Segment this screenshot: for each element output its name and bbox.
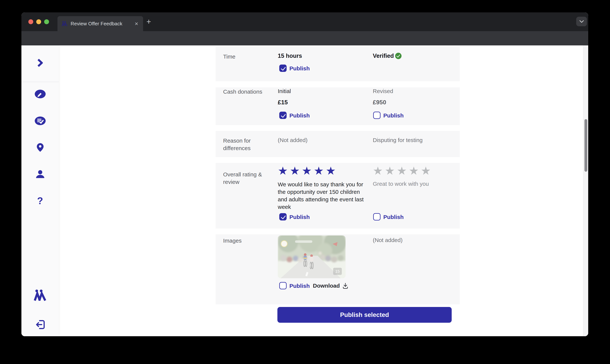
- reason-initial-value: (Not added): [278, 137, 307, 143]
- browser-window: Review Offer Feedback × +: [21, 12, 588, 336]
- rating-label: Overall rating & review: [223, 171, 268, 186]
- publish-checkbox-cash-revised[interactable]: [373, 112, 380, 119]
- sidebar-item-edit[interactable]: [21, 90, 59, 98]
- sidebar-item-review-list[interactable]: [21, 117, 59, 125]
- publish-checkbox-cash-initial[interactable]: [279, 112, 287, 119]
- cycling-photo: 15: [278, 235, 346, 278]
- publish-label-cash-initial[interactable]: Publish: [289, 112, 310, 119]
- sidebar-header: [21, 45, 59, 82]
- publish-label-rating-initial[interactable]: Publish: [289, 214, 310, 220]
- download-icon: [342, 282, 349, 289]
- cash-donations-label: Cash donations: [223, 88, 270, 95]
- rating-stars-initial: ★★★★★: [278, 166, 338, 176]
- verified-check-icon: [395, 53, 402, 59]
- tab-search-button[interactable]: [576, 17, 587, 26]
- publish-label-cash-revised[interactable]: Publish: [383, 112, 404, 119]
- rating-review-initial: We would like to say thank you for the o…: [278, 181, 364, 211]
- verified-label: Verified: [373, 52, 394, 59]
- cash-revised-heading: Revised: [373, 88, 393, 94]
- publish-label-image[interactable]: Publish: [289, 283, 310, 289]
- close-window-button[interactable]: [28, 19, 33, 24]
- rating-review-revised: Great to work with you: [373, 181, 429, 187]
- sidebar-item-locations[interactable]: [21, 143, 59, 152]
- expand-sidebar-button[interactable]: [21, 59, 59, 67]
- question-mark-icon: ?: [37, 195, 43, 206]
- location-pin-icon: [37, 143, 44, 152]
- cash-revised-amount: £950: [373, 99, 386, 106]
- close-tab-icon[interactable]: ×: [135, 21, 138, 27]
- sidebar: ?: [21, 45, 59, 336]
- rating-stars-revised: ★★★★★: [373, 166, 433, 176]
- logout-icon: [35, 319, 45, 330]
- publish-checkbox-rating-initial[interactable]: [279, 213, 287, 221]
- publish-checkbox-time[interactable]: [279, 65, 287, 72]
- uploaded-image-thumbnail[interactable]: 15: [278, 235, 346, 278]
- publish-selected-button[interactable]: Publish selected: [277, 307, 452, 323]
- reason-revised-value: Disputing for testing: [373, 137, 422, 143]
- matchmyproject-logo: [21, 289, 59, 301]
- tab-title: Review Offer Feedback: [71, 21, 135, 27]
- reason-label: Reason for differences: [223, 137, 268, 152]
- images-label: Images: [223, 237, 270, 245]
- tab-review-offer-feedback[interactable]: Review Offer Feedback ×: [57, 16, 143, 31]
- maximize-window-button[interactable]: [44, 19, 49, 24]
- pencil-icon: [35, 90, 46, 98]
- publish-checkbox-image[interactable]: [279, 282, 287, 289]
- download-label: Download: [313, 283, 340, 289]
- browser-toolbar: https://matchmyproject.org/hyde/birmimgh…: [21, 31, 588, 45]
- sidebar-item-help[interactable]: ?: [21, 195, 59, 206]
- publish-label-rating-revised[interactable]: Publish: [383, 214, 404, 220]
- matchmyproject-logo-icon: [34, 289, 47, 301]
- images-revised-value: (Not added): [373, 237, 403, 243]
- matchmyproject-favicon: [62, 21, 68, 26]
- page-scrollbar-thumb[interactable]: [584, 119, 587, 172]
- page-scrollbar-track[interactable]: [583, 45, 588, 336]
- cash-initial-heading: Initial: [278, 88, 291, 94]
- checklist-icon: [35, 117, 46, 125]
- row-time: [216, 46, 460, 81]
- person-icon: [36, 170, 44, 178]
- page-content: ? Time 15 hours Verified Publish: [21, 45, 588, 336]
- publish-label-time[interactable]: Publish: [289, 65, 310, 72]
- cash-initial-amount: £15: [278, 99, 288, 106]
- sidebar-item-profile[interactable]: [21, 170, 59, 178]
- time-label: Time: [223, 53, 270, 60]
- publish-selected-label: Publish selected: [340, 311, 389, 318]
- chevron-right-icon: [38, 59, 43, 67]
- download-image-button[interactable]: Download: [313, 282, 349, 289]
- new-tab-button[interactable]: +: [145, 18, 153, 26]
- tab-bar: Review Offer Feedback × +: [21, 12, 588, 31]
- minimize-window-button[interactable]: [36, 19, 41, 24]
- logout-button[interactable]: [21, 319, 59, 330]
- chevron-down-icon: [579, 20, 584, 23]
- publish-checkbox-rating-revised[interactable]: [373, 213, 380, 221]
- time-value: 15 hours: [278, 52, 302, 59]
